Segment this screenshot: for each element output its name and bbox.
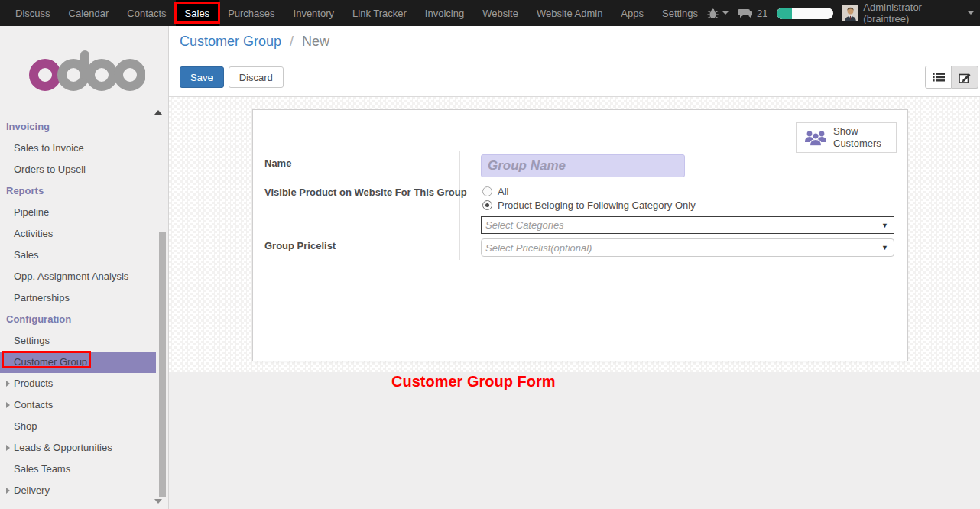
nav-item-label: Apps xyxy=(621,8,644,19)
radio-all-label: All xyxy=(498,186,508,197)
radio-all[interactable]: All xyxy=(482,186,508,197)
sidebar-item-partnerships[interactable]: Partnerships xyxy=(0,287,155,309)
nav-item-discuss[interactable]: Discuss xyxy=(6,0,60,26)
sidebar-section-configuration: Configuration xyxy=(0,309,155,330)
sidebar-scrollbar-thumb[interactable] xyxy=(159,232,166,497)
chevron-right-icon xyxy=(6,402,10,408)
nav-item-label: Discuss xyxy=(15,8,50,19)
user-menu[interactable]: Administrator (braintree) xyxy=(842,2,974,24)
user-label: Administrator (braintree) xyxy=(863,2,963,24)
breadcrumb-current: New xyxy=(302,34,329,49)
select-caret-icon: ▼ xyxy=(881,222,894,229)
sidebar-section-label: Reports xyxy=(6,185,44,196)
nav-item-invoicing[interactable]: Invoicing xyxy=(416,0,473,26)
save-button[interactable]: Save xyxy=(180,66,224,88)
messages-menu[interactable]: 21 xyxy=(738,8,767,19)
avatar xyxy=(842,5,858,21)
chevron-down-icon xyxy=(968,11,974,15)
nav-item-website[interactable]: Website xyxy=(473,0,527,26)
scroll-down-icon[interactable] xyxy=(154,499,162,504)
sidebar-item-label: Products xyxy=(14,378,53,389)
sidebar-item-sales[interactable]: Sales xyxy=(0,245,155,266)
group-column-divider xyxy=(459,151,460,260)
sidebar-section-label: Configuration xyxy=(6,313,71,325)
sidebar-item-customer-group[interactable]: Customer Group xyxy=(0,352,156,373)
form-sheet: Show Customers Name Visible Product on W… xyxy=(252,109,908,361)
edit-icon xyxy=(959,72,972,83)
show-customers-button[interactable]: Show Customers xyxy=(796,122,897,153)
messages-count: 21 xyxy=(757,8,767,19)
sidebar-item-orders-to-upsell[interactable]: Orders to Upsell xyxy=(0,159,155,180)
annotation-caption: Customer Group Form xyxy=(391,373,555,391)
sidebar-item-sales-to-invoice[interactable]: Sales to Invoice xyxy=(0,138,155,159)
breadcrumb: Customer Group / New xyxy=(180,34,329,50)
sidebar-item-label: Opp. Assignment Analysis xyxy=(14,271,128,282)
nav-item-apps[interactable]: Apps xyxy=(612,0,653,26)
speech-bubbles-icon xyxy=(738,8,753,19)
bug-icon xyxy=(707,8,719,19)
breadcrumb-parent-link[interactable]: Customer Group xyxy=(180,34,281,49)
nav-item-label: Website xyxy=(482,8,518,19)
nav-item-inventory[interactable]: Inventory xyxy=(284,0,343,26)
nav-item-label: Purchases xyxy=(228,8,274,19)
chevron-right-icon xyxy=(6,445,10,451)
sidebar-section-invoicing: Invoicing xyxy=(0,116,155,138)
sidebar-item-sales-teams[interactable]: Sales Teams xyxy=(0,459,155,480)
sidebar-item-activities[interactable]: Activities xyxy=(0,223,155,245)
users-icon xyxy=(804,129,827,147)
radio-category-only[interactable]: Product Beloging to Following Category O… xyxy=(482,199,696,211)
nav-item-settings[interactable]: Settings xyxy=(653,0,707,26)
sidebar-item-label: Pipeline xyxy=(14,206,49,218)
sidebar-item-label: Contacts xyxy=(14,399,53,410)
nav-item-calendar[interactable]: Calendar xyxy=(60,0,118,26)
sidebar-section-label: Invoicing xyxy=(6,121,50,132)
sidebar-item-pipeline[interactable]: Pipeline xyxy=(0,202,155,223)
sidebar-item-opp-assignment-analysis[interactable]: Opp. Assignment Analysis xyxy=(0,266,155,287)
chevron-right-icon xyxy=(6,488,10,494)
list-view-button[interactable] xyxy=(925,66,952,89)
sidebar-item-shop[interactable]: Shop xyxy=(0,416,155,437)
usage-progress-fill xyxy=(777,8,791,19)
nav-item-website-admin[interactable]: Website Admin xyxy=(527,0,612,26)
sidebar-item-label: Activities xyxy=(14,228,53,239)
categories-select-placeholder: Select Categories xyxy=(482,219,881,231)
pricelist-select[interactable]: Select Pricelist(optional) ▼ xyxy=(481,238,894,257)
discard-button[interactable]: Discard xyxy=(229,66,284,88)
nav-item-sales[interactable]: Sales xyxy=(176,0,219,26)
debug-menu[interactable] xyxy=(707,8,729,19)
sidebar-item-products[interactable]: Products xyxy=(0,373,155,394)
nav-item-label: Invoicing xyxy=(425,8,464,19)
sidebar-item-contacts[interactable]: Contacts xyxy=(0,394,155,416)
control-panel: Customer Group / New Save Discard xyxy=(169,26,980,97)
scroll-up-icon[interactable] xyxy=(154,110,162,115)
radio-category-label: Product Beloging to Following Category O… xyxy=(498,199,696,211)
nav-item-link-tracker[interactable]: Link Tracker xyxy=(343,0,416,26)
nav-item-label: Contacts xyxy=(127,8,166,19)
sidebar: InvoicingSales to InvoiceOrders to Upsel… xyxy=(0,26,169,509)
radio-button-icon xyxy=(482,186,492,196)
topbar-right: 21 Administrator (braintree) xyxy=(707,0,980,26)
nav-item-label: Settings xyxy=(662,8,698,19)
odoo-logo xyxy=(29,46,145,95)
form-view-background: Show Customers Name Visible Product on W… xyxy=(169,97,980,372)
sidebar-item-leads-opportunities[interactable]: Leads & Opportunities xyxy=(0,437,155,459)
nav-item-contacts[interactable]: Contacts xyxy=(118,0,175,26)
breadcrumb-separator: / xyxy=(285,34,298,49)
sidebar-menu: InvoicingSales to InvoiceOrders to Upsel… xyxy=(0,116,155,501)
sidebar-item-label: Sales xyxy=(14,249,39,261)
nav-item-purchases[interactable]: Purchases xyxy=(219,0,284,26)
usage-progress-bar xyxy=(777,8,833,19)
categories-select[interactable]: Select Categories ▼ xyxy=(481,216,894,234)
sidebar-item-label: Sales Teams xyxy=(14,463,70,475)
group-name-input[interactable] xyxy=(481,154,685,177)
sidebar-item-label: Partnerships xyxy=(14,292,70,303)
group-pricelist-field-label: Group Pricelist xyxy=(264,240,336,251)
nav-item-label: Inventory xyxy=(294,8,334,19)
sidebar-item-delivery[interactable]: Delivery xyxy=(0,480,155,501)
radio-button-checked-icon xyxy=(482,200,492,210)
sidebar-item-label: Shop xyxy=(14,420,37,432)
select-caret-icon: ▼ xyxy=(881,244,894,251)
sidebar-item-settings[interactable]: Settings xyxy=(0,330,155,352)
nav-item-label: Website Admin xyxy=(537,8,602,19)
form-view-button[interactable] xyxy=(952,66,978,89)
